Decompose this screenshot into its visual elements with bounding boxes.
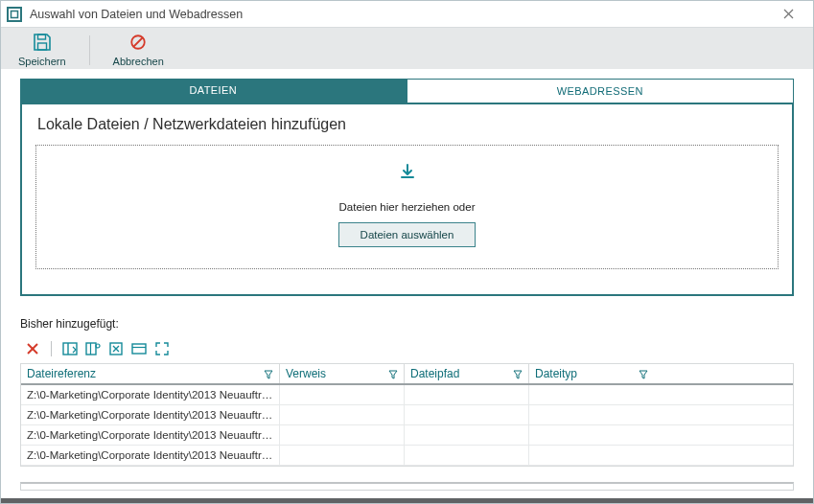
svg-rect-0 <box>8 8 21 21</box>
cell-path <box>405 385 529 404</box>
table-row[interactable]: Z:\0-Marketing\Corporate Identity\2013 N… <box>21 385 793 405</box>
content-area: DATEIEN WEBADRESSEN Lokale Dateien / Net… <box>1 69 813 467</box>
added-section: Bisher hinzugefügt: <box>20 317 794 467</box>
tab-files[interactable]: DATEIEN <box>20 79 407 103</box>
fit-columns-button[interactable] <box>130 340 148 357</box>
toolbar-separator <box>51 341 52 356</box>
column-label: Dateityp <box>535 367 577 380</box>
cancel-icon <box>128 34 148 54</box>
choose-files-button[interactable]: Dateien auswählen <box>338 222 477 247</box>
filter-icon[interactable] <box>513 369 523 378</box>
filter-icon[interactable] <box>388 369 398 378</box>
grid-body: Z:\0-Marketing\Corporate Identity\2013 N… <box>21 385 793 466</box>
download-icon <box>398 163 417 182</box>
app-icon <box>7 7 22 22</box>
column-label: Dateireferenz <box>27 367 96 380</box>
column-header-path[interactable]: Dateipfad <box>405 364 529 383</box>
save-icon <box>33 34 52 54</box>
panel-heading: Lokale Dateien / Netzwerkdateien hinzufü… <box>35 112 779 145</box>
columns-button[interactable] <box>61 340 79 357</box>
cell-type <box>529 446 654 465</box>
svg-point-14 <box>96 344 100 348</box>
cell-type <box>529 385 654 404</box>
menubar: Speichern Abbrechen <box>1 28 813 69</box>
filter-icon[interactable] <box>264 369 273 378</box>
menubar-divider <box>89 35 90 65</box>
table-row[interactable]: Z:\0-Marketing\Corporate Identity\2013 N… <box>21 425 793 446</box>
cell-path <box>405 425 529 445</box>
close-button[interactable] <box>769 1 807 28</box>
cell-path <box>405 446 529 465</box>
table-row[interactable]: Z:\0-Marketing\Corporate Identity\2013 N… <box>21 446 793 466</box>
svg-rect-1 <box>12 11 18 17</box>
added-label: Bisher hinzugefügt: <box>20 317 794 331</box>
save-label: Speichern <box>18 56 66 67</box>
cell-ref: Z:\0-Marketing\Corporate Identity\2013 N… <box>21 405 280 424</box>
delete-row-button[interactable] <box>24 340 41 357</box>
cell-link <box>280 405 405 424</box>
column-settings-button[interactable] <box>84 340 102 357</box>
export-excel-button[interactable] <box>107 340 125 357</box>
window-title: Auswahl von Dateien und Webadressen <box>30 8 769 21</box>
column-label: Verweis <box>286 367 326 380</box>
table-row[interactable]: Z:\0-Marketing\Corporate Identity\2013 N… <box>21 405 793 425</box>
svg-line-7 <box>134 38 143 47</box>
titlebar: Auswahl von Dateien und Webadressen <box>1 1 813 28</box>
cancel-label: Abbrechen <box>113 56 164 67</box>
tab-webaddresses[interactable]: WEBADRESSEN <box>407 79 795 103</box>
cell-link <box>280 446 405 465</box>
svg-rect-5 <box>37 43 46 50</box>
grid-toolbar <box>20 338 794 359</box>
cancel-button[interactable]: Abbrechen <box>107 32 170 69</box>
cell-type <box>529 425 654 445</box>
files-panel: Lokale Dateien / Netzwerkdateien hinzufü… <box>20 103 794 296</box>
svg-rect-16 <box>132 344 146 354</box>
cell-ref: Z:\0-Marketing\Corporate Identity\2013 N… <box>21 425 280 445</box>
save-button[interactable]: Speichern <box>12 32 72 69</box>
cell-type <box>529 405 654 424</box>
cell-path <box>405 405 529 424</box>
cell-ref: Z:\0-Marketing\Corporate Identity\2013 N… <box>21 385 280 404</box>
grid-header: Dateireferenz Verweis Dateipfad Dateityp <box>21 364 793 385</box>
tabstrip: DATEIEN WEBADRESSEN <box>20 79 794 103</box>
drop-text: Dateien hier herziehen oder <box>36 201 778 213</box>
fullscreen-button[interactable] <box>153 340 171 357</box>
statusbar <box>1 498 813 503</box>
column-header-ref[interactable]: Dateireferenz <box>21 364 280 383</box>
dialog-window: Auswahl von Dateien und Webadressen Spei… <box>0 0 814 504</box>
cell-link <box>280 385 405 404</box>
column-header-type[interactable]: Dateityp <box>529 364 654 383</box>
cell-link <box>280 425 405 445</box>
cell-ref: Z:\0-Marketing\Corporate Identity\2013 N… <box>21 446 280 465</box>
column-header-link[interactable]: Verweis <box>280 364 405 383</box>
column-label: Dateipfad <box>410 367 459 380</box>
footer-separator <box>20 482 794 491</box>
files-grid: Dateireferenz Verweis Dateipfad Dateityp <box>20 363 794 467</box>
filter-icon[interactable] <box>639 369 648 378</box>
dropzone[interactable]: Dateien hier herziehen oder Dateien ausw… <box>35 145 779 269</box>
